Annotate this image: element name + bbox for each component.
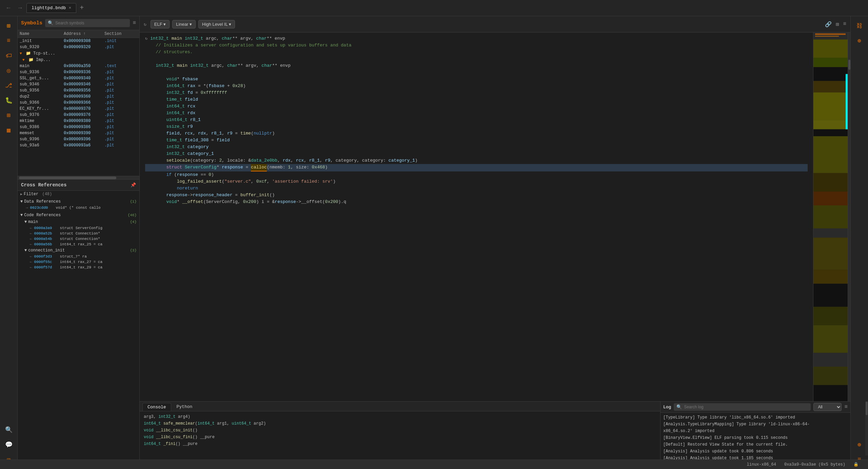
symbol-row[interactable]: memset 0x000009390 .plt bbox=[18, 130, 139, 136]
sidebar-icon-location[interactable]: ◎ bbox=[2, 64, 16, 77]
symbol-row[interactable]: mktime 0x000009380 .plt bbox=[18, 118, 139, 124]
svg-rect-8 bbox=[813, 93, 850, 120]
tab-python[interactable]: Python bbox=[172, 403, 197, 411]
log-line: [Analysis.TypeLibraryMapping] Type libra… bbox=[663, 421, 848, 428]
log-search-icon: 🔍 bbox=[676, 404, 682, 410]
symbols-hscroll[interactable] bbox=[18, 176, 139, 179]
back-button[interactable]: ← bbox=[3, 3, 14, 13]
right-icon-layers[interactable]: ⊕ bbox=[853, 34, 866, 47]
main-refs-header[interactable]: ▼ main {4} bbox=[24, 219, 137, 225]
link-icon[interactable]: 🔗 bbox=[825, 21, 832, 28]
symbol-row[interactable]: sub_93a6 0x0000093a6 .plt bbox=[18, 142, 139, 148]
log-filter-select[interactable]: All Info Warning Error bbox=[813, 403, 842, 411]
symbols-search-input[interactable] bbox=[55, 21, 127, 25]
filter-row[interactable]: ▶ Filter (48) bbox=[18, 191, 139, 198]
code-rcx: int64_t rcx bbox=[145, 103, 808, 110]
log-line: [Default] Restored View State for the cu… bbox=[663, 441, 848, 448]
svg-rect-9 bbox=[813, 120, 850, 129]
xref-row[interactable]: ← 0000a56b int64_t rax_25 = ca bbox=[24, 242, 137, 247]
symbol-row[interactable]: sub_9386 0x000009386 .plt bbox=[18, 124, 139, 130]
sidebar-icon-bug[interactable]: 🐛 bbox=[2, 94, 16, 107]
hlil-button[interactable]: High Level IL ▾ bbox=[198, 20, 235, 28]
symbol-row[interactable]: sub_9396 0x000009396 .plt bbox=[18, 136, 139, 142]
svg-rect-2 bbox=[815, 34, 846, 35]
log-title: Log bbox=[663, 405, 671, 410]
add-tab-button[interactable]: + bbox=[77, 3, 86, 13]
sidebar-icon-code[interactable]: ≡ bbox=[2, 34, 16, 47]
log-search-box[interactable]: 🔍 bbox=[674, 403, 811, 411]
symbol-row[interactable]: SSL_get_s... 0x000009340 .plt bbox=[18, 75, 139, 81]
cross-refs-title: Cross References bbox=[21, 182, 128, 188]
log-toolbar: Log 🔍 All Info Warning Error ≡ bbox=[660, 402, 850, 413]
tab-label: lighttpd.bndb bbox=[32, 5, 66, 11]
sidebar-icon-home[interactable]: ⊞ bbox=[2, 19, 16, 33]
data-refs-header[interactable]: ▼ Data References {1} bbox=[20, 198, 137, 205]
symbol-row-main[interactable]: main 0x00000a350 .text bbox=[18, 63, 139, 69]
symbol-row[interactable]: sub_9366 0x000009366 .plt bbox=[18, 100, 139, 106]
right-icon-bottom1[interactable]: ⊕ bbox=[853, 438, 866, 451]
svg-rect-17 bbox=[813, 238, 850, 270]
conn-refs-count: {3} bbox=[130, 248, 137, 252]
xref-row[interactable]: ← 0000a54b struct Connection* bbox=[24, 236, 137, 242]
xref-row[interactable]: ← 0000a52b struct Connection* bbox=[24, 231, 137, 236]
symbol-row[interactable]: sub_9356 0x000009356 .plt bbox=[18, 87, 139, 94]
conn-refs-header[interactable]: ▼ connection_init {3} bbox=[24, 247, 137, 254]
symbol-row[interactable]: sub_9320 0x000009320 .plt bbox=[18, 44, 139, 50]
toolbar-right-icons: 🔗 ⊞ ≡ bbox=[825, 21, 846, 28]
elf-button[interactable]: ELF ▾ bbox=[151, 20, 170, 28]
console-line: arg3, int32_t arg4) bbox=[144, 413, 656, 420]
data-refs-count: {1} bbox=[130, 200, 137, 204]
menu-icon[interactable]: ≡ bbox=[843, 21, 846, 28]
symbol-row[interactable]: EC_KEY_fr... 0x000009370 .plt bbox=[18, 106, 139, 112]
minimap-vscroll-thumb[interactable] bbox=[848, 60, 850, 70]
xref-row[interactable]: ← 0000a3a9 struct ServerConfig bbox=[24, 225, 137, 231]
tab-lighttpd[interactable]: lighttpd.bndb × bbox=[26, 3, 76, 13]
xref-row[interactable]: ← 0000f55c int64_t rax_27 = ca bbox=[24, 259, 137, 265]
main-refs-label: main bbox=[28, 220, 38, 224]
cross-refs-body: ▶ Filter (48) ▼ Data References {1} → 00… bbox=[18, 191, 139, 306]
xref-row[interactable]: → 0023cdd0 void* (* const callo bbox=[20, 205, 137, 210]
sidebar-icon-search[interactable]: 🔍 bbox=[2, 423, 16, 436]
symbol-row[interactable]: sub_9346 0x000009346 .plt bbox=[18, 81, 139, 87]
log-menu-icon[interactable]: ≡ bbox=[844, 404, 848, 410]
symbol-row-tcp[interactable]: ▼ 📁 Tcp-st... bbox=[18, 50, 139, 57]
cross-refs-pin-icon[interactable]: 📌 bbox=[131, 182, 136, 188]
console-content: arg3, int32_t arg4) int64_t safe_memclea… bbox=[140, 411, 660, 461]
sidebar-icon-speech[interactable]: 💬 bbox=[2, 438, 16, 451]
xref-data-refs-section: ▼ Data References {1} → 0023cdd0 void* (… bbox=[18, 198, 139, 211]
code-offset: void * __offset (ServerConfig, 0x200 ) i… bbox=[145, 199, 808, 205]
log-search-input[interactable] bbox=[684, 405, 808, 409]
tab-console[interactable]: Console bbox=[142, 403, 171, 411]
code-area: ↻ int32_t main int32_t argc, char ** arg… bbox=[140, 33, 813, 401]
svg-rect-5 bbox=[813, 58, 850, 67]
sidebar-icon-tags[interactable]: 🏷 bbox=[2, 49, 16, 62]
tab-close-icon[interactable]: × bbox=[68, 5, 71, 11]
code-refs-header[interactable]: ▼ Code References {46} bbox=[20, 212, 137, 219]
console-line: void __libc_csu_fini() __pure bbox=[144, 434, 656, 441]
svg-rect-3 bbox=[815, 36, 839, 37]
sidebar-icon-block[interactable]: ▦ bbox=[2, 123, 16, 137]
sidebar-icon-graph[interactable]: ⎇ bbox=[2, 79, 16, 92]
xref-row[interactable]: ← 0000f3d3 struct_7* ra bbox=[24, 254, 137, 259]
symbols-search-box[interactable]: 🔍 bbox=[45, 19, 130, 27]
code-refs-count: {46} bbox=[128, 213, 137, 217]
svg-rect-22 bbox=[813, 353, 850, 367]
code-category1: int32_t category_1 bbox=[145, 150, 808, 157]
symbols-menu-icon[interactable]: ≡ bbox=[133, 20, 136, 26]
symbol-row-imp[interactable]: ▼ 📁 Imp... bbox=[18, 57, 139, 63]
xref-row[interactable]: ← 0000f57d int64_t rax_29 = ca bbox=[24, 265, 137, 270]
symbol-row[interactable]: sub_9336 0x000009336 .plt bbox=[18, 69, 139, 75]
linear-button[interactable]: Linear ▾ bbox=[172, 20, 196, 28]
columns-icon[interactable]: ⊞ bbox=[836, 21, 839, 28]
symbol-row[interactable]: dup2 0x000009360 .plt bbox=[18, 94, 139, 100]
right-icon-link[interactable]: ⛓ bbox=[853, 19, 866, 33]
symbol-row[interactable]: _init 0x000009308 .init bbox=[18, 38, 139, 44]
symbol-row[interactable]: sub_9376 0x000009376 .plt bbox=[18, 112, 139, 118]
forward-button[interactable]: → bbox=[14, 3, 26, 13]
code-noreturn: noreturn bbox=[145, 185, 808, 192]
sidebar-icon-grid[interactable]: ⊞ bbox=[2, 108, 16, 122]
svg-rect-12 bbox=[813, 173, 850, 191]
console-line: int64_t safe_memclear(int64_t arg1, uint… bbox=[144, 420, 656, 427]
cross-refs-header: Cross References 📌 bbox=[18, 179, 139, 191]
symbols-hscroll-thumb[interactable] bbox=[19, 177, 116, 179]
